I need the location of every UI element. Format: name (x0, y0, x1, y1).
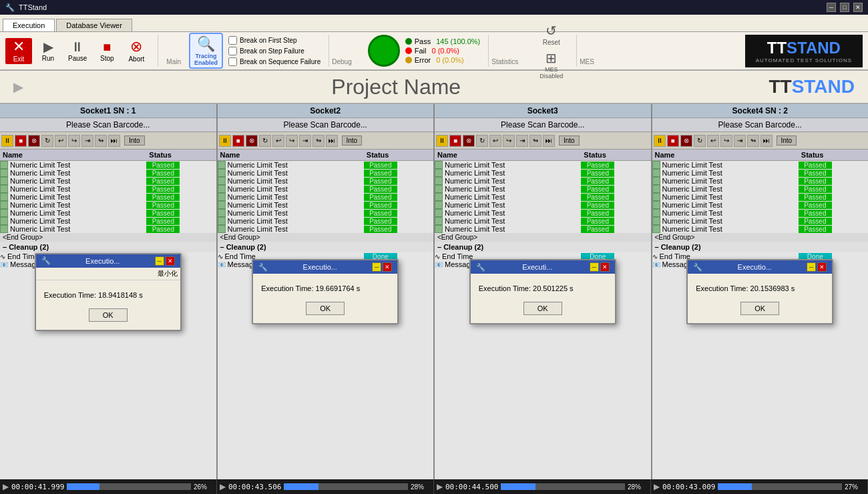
close-button[interactable]: ✕ (853, 3, 863, 12)
main-group: ✕ Exit ▶ Run ⏸ Pause ■ Stop ⊗ Abort (5, 35, 158, 67)
bottom-section-1: ▶00:00:41.99926% (0, 479, 217, 494)
bottom-arrow-1: ▶ (3, 482, 9, 491)
dialog-overlay-1: 🔧 Executio...─✕最小化Execution Time: 18.941… (0, 104, 216, 479)
dialog-close-btn-4[interactable]: ✕ (817, 262, 827, 272)
timer-1: 00:00:41.999 (11, 483, 64, 491)
bottom-arrow-4: ▶ (654, 482, 660, 491)
dialog-minimize-btn-2[interactable]: ─ (372, 262, 381, 272)
banner-logo: TTSTAND (769, 76, 855, 97)
break-step-failure-checkbox[interactable]: Break on Step Failure (228, 47, 320, 55)
statistics-label: Statistics (491, 58, 518, 65)
progress-bar-wrap-1 (67, 483, 191, 490)
progress-bar-fill-4 (718, 483, 751, 490)
dialog-close-btn-3[interactable]: ✕ (600, 262, 610, 272)
bottom-status-bar: ▶00:00:41.99926%▶00:00:43.50628%▶00:00:4… (0, 479, 868, 494)
dialog-title-4: 🔧 Executio...─✕ (688, 260, 832, 274)
debug-checkboxes: Break on First Step Break on Step Failur… (228, 36, 320, 66)
dialog-close-btn-2[interactable]: ✕ (383, 262, 392, 272)
run-button[interactable]: ▶ Run (35, 39, 61, 63)
break-first-step-checkbox[interactable]: Break on First Step (228, 36, 320, 45)
bottom-arrow-3: ▶ (437, 482, 443, 491)
project-banner: ▶ Project Name TTSTAND (0, 71, 868, 104)
dialog-ok-button-1[interactable]: OK (89, 308, 128, 322)
banner-logo-stand: STAND (792, 76, 855, 97)
pass-dot (405, 38, 412, 45)
pause-button[interactable]: ⏸ Pause (64, 39, 91, 63)
progress-bar-fill-2 (284, 483, 318, 490)
dialog-ok-button-3[interactable]: OK (523, 302, 562, 315)
dialog-ok-button-4[interactable]: OK (740, 302, 779, 315)
dialog-body-text-1: Execution Time: 18.9418148 s (44, 291, 172, 299)
progress-pct-3: 28% (628, 483, 648, 491)
title-bar: 🔧 TTStand ─ □ ✕ (0, 0, 868, 15)
abort-button[interactable]: ⊗ Abort (123, 38, 150, 64)
logo-subtitle: AUTOMATED TEST SOLUTIONS (756, 57, 852, 63)
timer-3: 00:00:44.500 (445, 483, 498, 491)
debug-label: Debug (332, 58, 351, 65)
break-sequence-failure-input[interactable] (228, 57, 237, 66)
fail-stat: Fail 0 (0.0%) (405, 47, 481, 55)
pause-label: Pause (68, 55, 87, 62)
ttstand-logo: TTSTAND AUTOMATED TEST SOLUTIONS (745, 35, 863, 67)
tab-execution[interactable]: Execution (3, 19, 55, 31)
progress-bar-wrap-4 (718, 483, 842, 490)
sockets-container: Socket1 SN : 1Please Scan Barcode...⏸■⊗↻… (0, 104, 868, 479)
socket-panel-1: Socket1 SN : 1Please Scan Barcode...⏸■⊗↻… (0, 104, 218, 479)
dialog-minimize-btn-3[interactable]: ─ (590, 262, 599, 272)
debug-group: 🔍 TracingEnabled Break on First Step Bre… (189, 35, 329, 67)
execution-dialog-4: 🔧 Executio...─✕Execution Time: 20.153698… (686, 259, 833, 324)
error-label: Error (415, 56, 431, 64)
reset-button[interactable]: ↺ Reset (537, 21, 566, 47)
fail-label: Fail (415, 47, 427, 55)
pass-label: Pass (415, 37, 431, 45)
bottom-area: ▶00:00:41.99926%▶00:00:43.50628%▶00:00:4… (0, 479, 868, 494)
break-sequence-failure-checkbox[interactable]: Break on Sequence Failure (228, 57, 320, 66)
break-step-failure-input[interactable] (228, 47, 237, 55)
break-first-step-label: Break on First Step (240, 37, 297, 44)
dialog-title-text-1: Executio... (85, 257, 120, 265)
mes-label: MES (580, 58, 594, 65)
progress-pct-4: 27% (845, 483, 865, 491)
dialog-body-4: Execution Time: 20.1536983 sOK (688, 274, 832, 323)
dialog-body-text-4: Execution Time: 20.1536983 s (696, 284, 824, 292)
socket-panel-3: Socket3Please Scan Barcode...⏸■⊗↻↩↪⇥↬⏭In… (435, 104, 652, 479)
progress-pct-1: 26% (194, 483, 214, 491)
pass-count: 145 (100.0%) (436, 37, 480, 45)
tracing-button[interactable]: 🔍 TracingEnabled (189, 33, 223, 69)
break-first-step-input[interactable] (228, 36, 237, 45)
dialog-minimize-btn-4[interactable]: ─ (807, 262, 816, 272)
mes-icon: ⊞ (546, 50, 557, 66)
stop-button[interactable]: ■ Stop (93, 39, 120, 63)
dialog-minimize-btn-1[interactable]: ─ (155, 256, 164, 266)
fail-dot (405, 47, 412, 54)
bottom-section-3: ▶00:00:44.50028% (434, 479, 651, 494)
maximize-button[interactable]: □ (840, 3, 849, 12)
dialog-close-btn-1[interactable]: ✕ (166, 256, 175, 266)
tracing-label: TracingEnabled (194, 53, 218, 66)
main-label: Main (166, 58, 181, 65)
reset-label: Reset (543, 39, 560, 46)
app-icon: 🔧 (5, 3, 15, 12)
app-title: TTStand (19, 3, 47, 11)
progress-bar-wrap-3 (501, 483, 625, 490)
exit-label: Exit (13, 55, 25, 63)
timer-2: 00:00:43.506 (228, 483, 281, 491)
dialog-title-text-3: Executi... (522, 263, 552, 271)
abort-label: Abort (128, 55, 144, 63)
stop-label: Stop (100, 55, 114, 62)
dialog-overlay-3: 🔧 Executi...─✕Execution Time: 20.501225 … (435, 104, 651, 479)
execution-dialog-3: 🔧 Executi...─✕Execution Time: 20.501225 … (469, 259, 616, 324)
timer-4: 00:00:43.009 (662, 483, 715, 491)
mes-group: ↺ Reset ⊞ MESDisabled (526, 35, 577, 67)
exit-button[interactable]: ✕ Exit (5, 38, 32, 64)
progress-bar-fill-3 (501, 483, 535, 490)
error-stat: Error 0 (0.0%) (405, 56, 481, 64)
bottom-arrow-2: ▶ (220, 482, 226, 491)
tab-database-viewer[interactable]: Database Viewer (56, 19, 132, 31)
dialog-overlay-4: 🔧 Executio...─✕Execution Time: 20.153698… (652, 104, 869, 479)
stop-icon: ■ (103, 40, 111, 53)
minimize-button[interactable]: ─ (827, 3, 836, 12)
dialog-ok-button-2[interactable]: OK (306, 302, 345, 315)
fail-count: 0 (0.0%) (431, 47, 459, 55)
dialog-overlay-2: 🔧 Executio...─✕Execution Time: 19.669176… (218, 104, 434, 479)
